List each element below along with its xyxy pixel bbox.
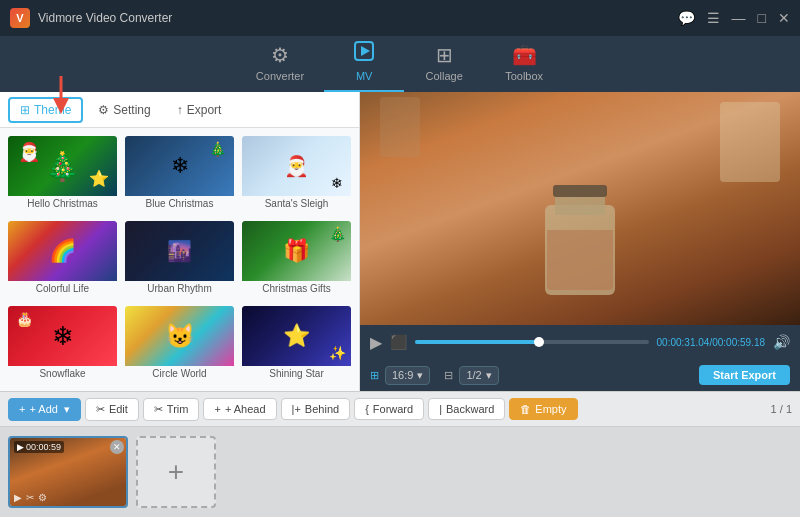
stop-btn[interactable]: ⬛ [390,334,407,350]
toolbar: + + Add ▾ ✂ Edit ✂ Trim + + Ahead |+ Beh… [0,391,800,427]
theme-label-snowflake: Snowflake [8,366,117,383]
volume-icon[interactable]: 🔊 [773,334,790,350]
add-dropdown-icon: ▾ [64,403,70,416]
theme-santas-sleigh[interactable]: 🎅 ❄ Santa's Sleigh [240,134,353,215]
play-btn[interactable]: ▶ [370,333,382,352]
forward-icon: { [365,403,369,415]
progress-bar[interactable] [415,340,649,344]
tab-mv[interactable]: MV [324,34,404,92]
theme-shining-star[interactable]: ⭐ ✨ Shining Star [240,304,353,385]
tab-converter-label: Converter [256,70,304,82]
theme-label-colorful-life: Colorful Life [8,281,117,298]
tab-collage-label: Collage [425,70,462,82]
theme-label-santas-sleigh: Santa's Sleigh [242,196,351,213]
title-bar: V Vidmore Video Converter 💬 ☰ — □ ✕ [0,0,800,36]
app-icon: V [10,8,30,28]
mv-icon [353,40,375,67]
theme-snowflake[interactable]: ❄ 🎂 Snowflake [6,304,119,385]
quality-dropdown-icon: ▾ [486,369,492,382]
trim-btn[interactable]: ✂ Trim [143,398,200,421]
theme-christmas-gifts[interactable]: 🎁 🎄 Christmas Gifts [240,219,353,300]
theme-label-shining-star: Shining Star [242,366,351,383]
collage-icon: ⊞ [436,43,453,67]
tl-settings-icon[interactable]: ⚙ [38,492,47,503]
preview-image [360,92,800,325]
theme-blue-christmas[interactable]: ❄ 🎄 Blue Christmas [123,134,236,215]
subtab-export-label: Export [187,103,222,117]
setting-icon: ⚙ [98,103,109,117]
page-info: 1 / 1 [771,403,792,415]
theme-label-urban-rhythm: Urban Rhythm [125,281,234,298]
tab-mv-label: MV [356,70,373,82]
progress-fill [415,340,539,344]
ahead-btn[interactable]: + + Ahead [203,398,276,420]
trash-icon: 🗑 [520,403,531,415]
theme-urban-rhythm[interactable]: 🌆 Urban Rhythm [123,219,236,300]
tab-converter[interactable]: ⚙ Converter [236,37,324,92]
empty-btn[interactable]: 🗑 Empty [509,398,577,420]
add-icon: + [19,403,25,415]
resolution-icon: ⊞ [370,369,379,382]
export-row: ⊞ 16:9 ▾ ⊟ 1/2 ▾ Start Export [360,359,800,391]
timeline-controls: ▶ ✂ ⚙ [14,492,47,503]
theme-label-hello-christmas: Hello Christmas [8,196,117,213]
quality-select[interactable]: 1/2 ▾ [459,366,498,385]
theme-grid-icon: ⊞ [20,103,30,117]
subtab-setting-label: Setting [113,103,150,117]
start-export-btn[interactable]: Start Export [699,365,790,385]
timeline: ▶ 00:00:59 ✕ ▶ ✂ ⚙ + [0,427,800,517]
subtab-theme-label: Theme [34,103,71,117]
edit-icon: ✂ [96,403,105,416]
timeline-duration: ▶ 00:00:59 [14,441,64,453]
ratio-select[interactable]: 16:9 ▾ [385,366,430,385]
sub-tabs: ⊞ Theme ⚙ Setting ↑ Export [0,92,359,128]
quality-icon: ⊟ [444,369,453,382]
tl-play-icon[interactable]: ▶ [14,492,22,503]
forward-btn[interactable]: { Forward [354,398,424,420]
subtab-setting[interactable]: ⚙ Setting [87,98,161,122]
converter-icon: ⚙ [271,43,289,67]
nav-tabs: ⚙ Converter MV ⊞ Collage 🧰 Toolbox [0,36,800,92]
subtab-export[interactable]: ↑ Export [166,98,233,122]
theme-colorful-life[interactable]: 🌈 Colorful Life [6,219,119,300]
timeline-item-0[interactable]: ▶ 00:00:59 ✕ ▶ ✂ ⚙ [8,436,128,508]
add-btn[interactable]: + + Add ▾ [8,398,81,421]
ahead-icon: + [214,403,220,415]
timeline-close-btn[interactable]: ✕ [110,440,124,454]
video-icon: ▶ [17,442,24,452]
main-content: ⊞ Theme ⚙ Setting ↑ Export 🎄 [0,92,800,391]
behind-icon: |+ [292,403,301,415]
svg-marker-3 [361,46,370,56]
theme-label-blue-christmas: Blue Christmas [125,196,234,213]
theme-label-circle-world: Circle World [125,366,234,383]
theme-label-christmas-gifts: Christmas Gifts [242,281,351,298]
app-title: Vidmore Video Converter [38,11,172,25]
tab-collage[interactable]: ⊞ Collage [404,37,484,92]
menu-icon[interactable]: ☰ [707,10,720,26]
edit-btn[interactable]: ✂ Edit [85,398,139,421]
tab-toolbox-label: Toolbox [505,70,543,82]
toolbox-icon: 🧰 [512,43,537,67]
export-icon: ↑ [177,103,183,117]
theme-grid: 🎄 🎅 ⭐ Hello Christmas ❄ 🎄 Blue Christmas [0,128,359,391]
backward-icon: | [439,403,442,415]
video-preview [360,92,800,325]
add-clip-btn[interactable]: + [136,436,216,508]
theme-hello-christmas[interactable]: 🎄 🎅 ⭐ Hello Christmas [6,134,119,215]
behind-btn[interactable]: |+ Behind [281,398,351,420]
controls-bar: ▶ ⬛ 00:00:31.04/00:00:59.18 🔊 [360,325,800,359]
subtab-theme[interactable]: ⊞ Theme [8,97,83,123]
minimize-btn[interactable]: — [732,10,746,26]
tl-cut-icon[interactable]: ✂ [26,492,34,503]
chat-icon[interactable]: 💬 [678,10,695,26]
tab-toolbox[interactable]: 🧰 Toolbox [484,37,564,92]
left-panel: ⊞ Theme ⚙ Setting ↑ Export 🎄 [0,92,360,391]
backward-btn[interactable]: | Backward [428,398,505,420]
time-display: 00:00:31.04/00:00:59.18 [657,337,765,348]
theme-circle-world[interactable]: 😺 Circle World [123,304,236,385]
progress-thumb [534,337,544,347]
right-panel: ▶ ⬛ 00:00:31.04/00:00:59.18 🔊 ⊞ 16:9 ▾ [360,92,800,391]
ratio-dropdown-icon: ▾ [417,369,423,382]
maximize-btn[interactable]: □ [758,10,766,26]
close-btn[interactable]: ✕ [778,10,790,26]
